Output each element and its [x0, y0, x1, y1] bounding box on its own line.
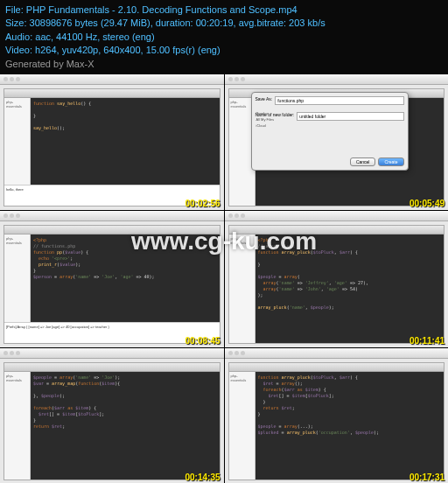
file-sidebar: php-essentials — [4, 98, 31, 185]
media-info-header: File: PHP Fundamentals - 2.10. Decoding … — [0, 0, 448, 74]
code-area: function say_hello() {}say_hello(); — [31, 98, 220, 185]
filename-input[interactable] — [275, 96, 403, 105]
save-as-label: Save As: — [256, 96, 273, 105]
timestamp: 00:17:31 — [410, 472, 444, 482]
code-editor-window: php-essentials <?php// array_pluckfuncti… — [228, 225, 445, 343]
save-dialog[interactable]: Save As: Name of new folder: Dropbox All… — [251, 92, 409, 171]
size-label: Size: — [5, 18, 26, 28]
thumbnail-grid: php-essentials function say_hello() {}sa… — [0, 74, 448, 483]
code-editor-window: php-essentials $people = array('name' =>… — [4, 362, 220, 480]
timestamp: 00:05:49 — [410, 199, 444, 208]
timestamp: 00:02:56 — [185, 199, 220, 208]
thumbnail-4: php-essentials <?php// array_pluckfuncti… — [225, 211, 449, 346]
file-sidebar: php-essentials — [229, 372, 256, 480]
video-label: Video: — [5, 45, 32, 55]
location-item[interactable]: All My Files — [256, 116, 290, 122]
code-editor-window: php-essentials function array_pluck($toP… — [228, 362, 445, 480]
code-area: function array_pluck($toPluck, $arr) { $… — [256, 372, 444, 480]
location-item[interactable]: iCloud — [256, 122, 290, 129]
thumbnail-1: php-essentials function say_hello() {}sa… — [0, 74, 224, 210]
mac-menubar — [0, 211, 224, 221]
audio-value: aac, 44100 Hz, stereo (eng) — [35, 32, 154, 42]
location-item[interactable]: Dropbox — [256, 110, 290, 116]
cancel-button[interactable]: Cancel — [350, 158, 376, 166]
code-area: $people = array('name' => 'Joe');$var = … — [31, 372, 220, 480]
code-area: <?php// functions.phpfunction pp($value)… — [31, 234, 220, 321]
file-value: PHP Fundamentals - 2.10. Decoding Functi… — [26, 4, 298, 15]
code-editor-window: php-essentials <?php// functions.phpfunc… — [4, 225, 220, 343]
mac-menubar — [225, 348, 449, 359]
video-value: h264, yuv420p, 640x400, 15.00 fps(r) (en… — [35, 45, 220, 55]
thumbnail-3: php-essentials <?php// functions.phpfunc… — [0, 211, 224, 346]
create-button[interactable]: Create — [378, 158, 403, 166]
audio-label: Audio: — [5, 32, 32, 42]
timestamp: 00:14:35 — [185, 472, 220, 482]
code-editor-window: php-essentials function say_hello() {}sa… — [4, 88, 220, 206]
file-sidebar: php-essentials — [229, 234, 256, 342]
thumbnail-5: php-essentials $people = array('name' =>… — [0, 348, 224, 483]
mac-menubar — [0, 348, 224, 359]
mac-menubar — [225, 74, 449, 85]
dialog-sidebar: Dropbox All My Files iCloud — [256, 110, 290, 129]
folder-input[interactable] — [297, 112, 403, 121]
file-sidebar: php-essentials — [4, 234, 31, 321]
mac-menubar — [0, 74, 224, 85]
thumbnail-2: php-essentials $person['name'];Jeffrey S… — [225, 74, 449, 210]
timestamp: 00:11:41 — [410, 336, 444, 346]
mac-menubar — [225, 211, 449, 221]
file-label: File: — [5, 4, 24, 15]
thumbnail-6: php-essentials function array_pluck($toP… — [225, 348, 449, 483]
timestamp: 00:08:45 — [185, 336, 220, 346]
generated-by: Generated by Max-X — [5, 58, 443, 71]
size-value: 30898676 bytes (29.47 MiB), duration: 00… — [30, 18, 326, 28]
code-area: <?php// array_pluckfunction array_pluck(… — [256, 234, 444, 342]
file-sidebar: php-essentials — [4, 372, 31, 480]
